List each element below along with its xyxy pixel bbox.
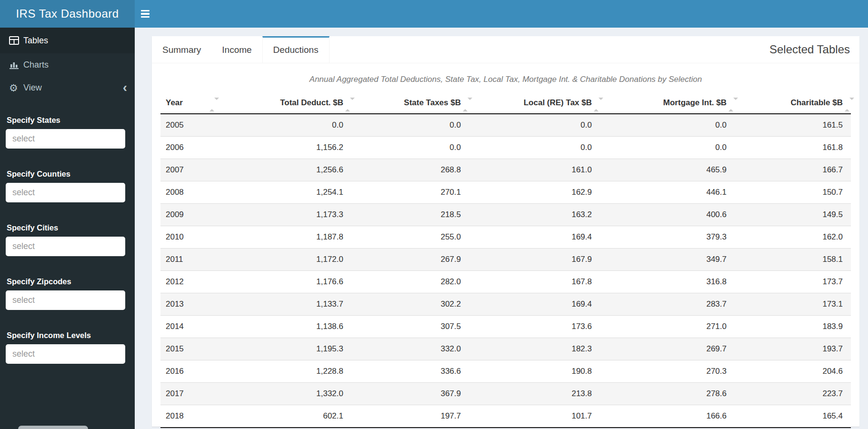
sidebar-scrollbar-thumb[interactable] xyxy=(18,426,88,429)
cell-value: 167.9 xyxy=(469,249,600,271)
cell-value: 602.1 xyxy=(216,405,351,428)
sort-icon xyxy=(728,100,733,106)
cell-value: 1,133.7 xyxy=(216,293,351,316)
table-row: 2018602.1197.7101.7166.6165.4 xyxy=(160,405,851,428)
cell-value: 379.3 xyxy=(600,226,735,249)
cell-value: 0.0 xyxy=(351,114,469,137)
income-levels-select-input[interactable] xyxy=(6,344,125,364)
cell-value: 173.1 xyxy=(735,293,851,316)
filter-group-zipcodes: Specify Zipcodes xyxy=(6,276,125,310)
filter-label: Specify States xyxy=(7,115,125,125)
table-row: 20081,254.1270.1162.9446.1150.7 xyxy=(160,181,851,204)
cell-value: 0.0 xyxy=(600,137,735,159)
cell-value: 150.7 xyxy=(735,181,851,204)
cell-value: 0.0 xyxy=(469,137,600,159)
cell-value: 400.6 xyxy=(600,204,735,226)
cell-value: 218.5 xyxy=(351,204,469,226)
column-label: Local (RE) Tax $B xyxy=(524,98,592,107)
table-row: 20141,138.6307.5173.6271.0183.9 xyxy=(160,316,851,338)
cell-year: 2013 xyxy=(160,293,216,316)
cell-value: 270.3 xyxy=(600,360,735,383)
selected-tables-card: Summary Income Deductions Selected Table… xyxy=(152,36,859,427)
cell-value: 336.6 xyxy=(351,360,469,383)
table-row: 20121,176.6282.0167.8316.8173.7 xyxy=(160,271,851,293)
cell-value: 169.4 xyxy=(469,293,600,316)
cell-year: 2018 xyxy=(160,405,216,428)
cell-value: 270.1 xyxy=(351,181,469,204)
cell-value: 1,254.1 xyxy=(216,181,351,204)
deductions-table: Year Total Deduct. $B State Taxes $B xyxy=(160,92,851,428)
cell-value: 268.8 xyxy=(351,159,469,181)
table-row: 20050.00.00.00.0161.5 xyxy=(160,114,851,137)
cell-value: 0.0 xyxy=(469,114,600,137)
cell-value: 213.8 xyxy=(469,383,600,405)
hamburger-icon[interactable] xyxy=(141,0,163,28)
cell-value: 465.9 xyxy=(600,159,735,181)
column-label: Total Deduct. $B xyxy=(280,98,343,107)
cell-value: 101.7 xyxy=(469,405,600,428)
cell-value: 278.6 xyxy=(600,383,735,405)
column-label: Mortgage Int. $B xyxy=(663,98,727,107)
cell-value: 283.7 xyxy=(600,293,735,316)
column-label: Year xyxy=(166,98,183,107)
sidebar-item-tables[interactable]: Tables xyxy=(0,28,135,53)
states-select-input[interactable] xyxy=(6,129,125,149)
sort-icon xyxy=(345,100,350,106)
column-label: Charitable $B xyxy=(790,98,843,107)
cell-value: 197.7 xyxy=(351,405,469,428)
table-row: 20111,172.0267.9167.9349.7158.1 xyxy=(160,249,851,271)
cell-year: 2017 xyxy=(160,383,216,405)
cell-value: 349.7 xyxy=(600,249,735,271)
cell-value: 161.8 xyxy=(735,137,851,159)
cell-year: 2007 xyxy=(160,159,216,181)
sort-icon xyxy=(463,100,468,106)
cell-value: 161.5 xyxy=(735,114,851,137)
cell-value: 166.7 xyxy=(735,159,851,181)
filter-group-counties: Specify Counties xyxy=(6,169,125,202)
cell-value: 149.5 xyxy=(735,204,851,226)
counties-select xyxy=(6,183,125,202)
cell-year: 2010 xyxy=(160,226,216,249)
cell-value: 269.7 xyxy=(600,338,735,360)
cell-value: 161.0 xyxy=(469,159,600,181)
chevron-left-icon: ‹ xyxy=(123,77,127,98)
sidebar-filters: Specify States Specify Counties Specify … xyxy=(0,99,135,364)
cell-value: 169.4 xyxy=(469,226,600,249)
app-title: IRS Tax Dashboard xyxy=(0,0,135,28)
filter-group-cities: Specify Cities xyxy=(6,222,125,256)
table-row: 20091,173.3218.5163.2400.6149.5 xyxy=(160,204,851,226)
sort-icon xyxy=(594,100,599,106)
cell-value: 166.6 xyxy=(600,405,735,428)
table-row: 20071,256.6268.8161.0465.9166.7 xyxy=(160,159,851,181)
table-row: 20151,195.3332.0182.3269.7193.7 xyxy=(160,338,851,360)
tab-summary[interactable]: Summary xyxy=(152,36,211,63)
column-header-state-taxes[interactable]: State Taxes $B xyxy=(351,92,469,114)
tab-bar: Summary Income Deductions Selected Table… xyxy=(152,36,859,63)
cell-value: 1,195.3 xyxy=(216,338,351,360)
sidebar-item-label: Tables xyxy=(23,36,48,46)
column-header-year[interactable]: Year xyxy=(160,92,216,114)
table-row: 20131,133.7302.2169.4283.7173.1 xyxy=(160,293,851,316)
sidebar-item-charts[interactable]: Charts xyxy=(0,53,135,76)
hamburger-bar xyxy=(141,13,150,15)
cell-value: 173.7 xyxy=(735,271,851,293)
zipcodes-select-input[interactable] xyxy=(6,290,125,310)
column-header-total-deduct[interactable]: Total Deduct. $B xyxy=(216,92,351,114)
cell-value: 255.0 xyxy=(351,226,469,249)
cell-value: 204.6 xyxy=(735,360,851,383)
cell-value: 1,256.6 xyxy=(216,159,351,181)
column-label: State Taxes $B xyxy=(404,98,461,107)
gear-icon: ⚙ xyxy=(9,83,23,93)
cities-select-input[interactable] xyxy=(6,237,125,256)
cell-value: 446.1 xyxy=(600,181,735,204)
cell-year: 2008 xyxy=(160,181,216,204)
column-header-mortgage-int[interactable]: Mortgage Int. $B xyxy=(600,92,735,114)
tab-income[interactable]: Income xyxy=(211,36,262,63)
counties-select-input[interactable] xyxy=(6,183,125,202)
column-header-local-tax[interactable]: Local (RE) Tax $B xyxy=(469,92,600,114)
tab-deductions[interactable]: Deductions xyxy=(262,36,329,63)
sidebar-item-view[interactable]: ⚙ View ‹ xyxy=(0,76,135,99)
cell-year: 2014 xyxy=(160,316,216,338)
column-header-charitable[interactable]: Charitable $B xyxy=(735,92,851,114)
cell-value: 165.4 xyxy=(735,405,851,428)
